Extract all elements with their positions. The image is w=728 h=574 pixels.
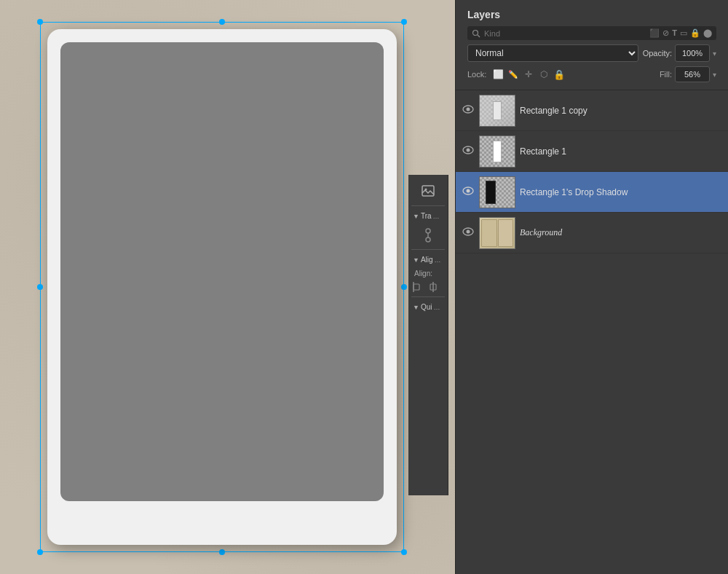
handle-top-right[interactable] xyxy=(401,19,407,25)
handle-middle-right[interactable] xyxy=(401,284,407,290)
align-section-header[interactable]: ▼ Alig… xyxy=(411,253,445,267)
filter-type-icon[interactable]: T xyxy=(672,28,677,38)
layers-panel: Layers ⬛ ⊘ T ▭ 🔒 ⬤ xyxy=(455,0,728,574)
divider1 xyxy=(411,205,445,206)
handle-middle-left[interactable] xyxy=(37,284,43,290)
blend-row: Normal Opacity: 100% ▾ xyxy=(467,44,716,62)
search-icon xyxy=(472,29,480,38)
align-left-icon[interactable] xyxy=(413,282,424,292)
thumb-dropshadow-shape xyxy=(486,181,496,204)
filter-shape-icon[interactable]: ▭ xyxy=(680,28,687,38)
filter-smart-icon[interactable]: 🔒 xyxy=(690,28,700,38)
selection-container xyxy=(40,22,404,552)
transform-section-header[interactable]: ▼ Tra… xyxy=(411,209,445,223)
svg-point-3 xyxy=(426,237,430,242)
handle-bottom-center[interactable] xyxy=(219,549,225,555)
divider3 xyxy=(411,296,445,297)
layer-thumb-background xyxy=(479,217,515,249)
properties-image-icon[interactable] xyxy=(411,179,445,203)
layer-visibility-rect1copy[interactable] xyxy=(462,105,475,116)
svg-line-10 xyxy=(478,35,480,37)
properties-panel: ▼ Tra… ▼ Alig… Align: xyxy=(408,175,448,495)
layer-item-background[interactable]: Background xyxy=(456,213,728,253)
canvas-area: ▼ Tra… ▼ Alig… Align: xyxy=(0,0,455,574)
fill-value[interactable]: 56% xyxy=(675,66,710,82)
svg-point-9 xyxy=(473,30,478,35)
lock-icons: ⬜ ✏️ ✛ ⬡ 🔒 xyxy=(492,69,565,80)
lock-pixel-icon[interactable]: ⬜ xyxy=(492,69,504,79)
svg-point-18 xyxy=(467,230,470,234)
blend-mode-select[interactable]: Normal xyxy=(467,44,638,62)
thumb-shape xyxy=(494,101,501,120)
layer-visibility-rect1[interactable] xyxy=(462,146,475,157)
layer-visibility-dropshadow[interactable] xyxy=(462,186,475,197)
layer-item-rect1copy[interactable]: Rectangle 1 copy xyxy=(456,90,728,131)
handle-top-left[interactable] xyxy=(37,19,43,25)
svg-point-16 xyxy=(467,189,470,193)
lock-artboard-icon[interactable]: ⬡ xyxy=(538,69,550,79)
layers-search-bar[interactable]: ⬛ ⊘ T ▭ 🔒 ⬤ xyxy=(467,26,716,40)
search-filter-icons: ⬛ ⊘ T ▭ 🔒 ⬤ xyxy=(649,28,712,38)
layer-visibility-background[interactable] xyxy=(462,227,475,238)
lock-move-icon[interactable]: ✛ xyxy=(523,69,534,79)
filter-circle-icon[interactable]: ⬤ xyxy=(703,28,712,38)
fill-chevron[interactable]: ▾ xyxy=(713,71,716,79)
opacity-chevron[interactable]: ▾ xyxy=(713,50,716,58)
lock-label: Lock: xyxy=(467,70,486,79)
filter-adjustment-icon[interactable]: ⊘ xyxy=(662,28,669,38)
svg-point-2 xyxy=(426,229,430,233)
layer-thumb-dropshadow xyxy=(479,176,515,208)
layer-name-rect1: Rectangle 1 xyxy=(520,146,722,157)
handle-top-center[interactable] xyxy=(219,19,225,25)
layer-item-dropshadow[interactable]: Rectangle 1's Drop Shadow xyxy=(456,172,728,213)
handle-bottom-right[interactable] xyxy=(401,549,407,555)
align-label: Align: xyxy=(411,268,445,279)
svg-point-14 xyxy=(467,149,470,152)
search-input[interactable] xyxy=(484,29,542,38)
lock-draw-icon[interactable]: ✏️ xyxy=(507,70,519,79)
layer-item-rect1[interactable]: Rectangle 1 xyxy=(456,131,728,172)
lock-fill-row: Lock: ⬜ ✏️ ✛ ⬡ 🔒 Fill: 56% ▾ xyxy=(467,65,716,84)
fill-label: Fill: xyxy=(660,70,672,79)
svg-point-12 xyxy=(467,108,470,111)
layer-name-dropshadow: Rectangle 1's Drop Shadow xyxy=(520,187,722,197)
layer-name-background: Background xyxy=(520,227,722,238)
layer-thumb-rect1copy xyxy=(479,95,515,127)
opacity-control: Opacity: 100% ▾ xyxy=(643,44,716,62)
fill-control: Fill: 56% ▾ xyxy=(660,66,716,82)
align-center-icon[interactable] xyxy=(427,282,439,292)
layer-name-rect1copy: Rectangle 1 copy xyxy=(520,106,722,116)
quick-section-header[interactable]: ▼ Qui… xyxy=(411,300,445,314)
link-icon[interactable] xyxy=(411,224,445,246)
divider2 xyxy=(411,249,445,250)
polaroid-card xyxy=(47,29,397,545)
gray-rectangle xyxy=(60,42,384,501)
filter-pixel-icon[interactable]: ⬛ xyxy=(649,28,660,38)
lock-all-icon[interactable]: 🔒 xyxy=(553,69,565,80)
handle-bottom-left[interactable] xyxy=(37,549,43,555)
layers-list: Rectangle 1 copy Rectangle 1 xyxy=(456,90,728,574)
thumb-shape-rect1 xyxy=(493,141,502,162)
svg-rect-5 xyxy=(414,284,419,290)
opacity-label: Opacity: xyxy=(643,49,672,58)
opacity-value[interactable]: 100% xyxy=(675,44,710,62)
align-icons-row xyxy=(411,280,445,294)
layers-header: Layers ⬛ ⊘ T ▭ 🔒 ⬤ xyxy=(456,0,728,90)
layers-title: Layers xyxy=(467,9,716,20)
layer-thumb-rect1 xyxy=(479,135,515,168)
